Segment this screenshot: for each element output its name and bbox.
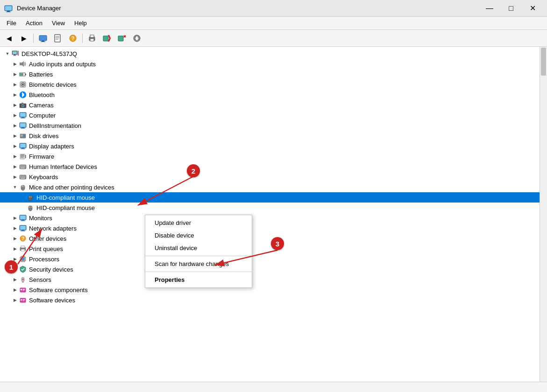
update-driver-button[interactable]: [130, 32, 144, 45]
diskdrives-label: Disk drives: [29, 133, 59, 140]
toggle[interactable]: ▶: [11, 286, 19, 294]
tree-item-hid-mouse2[interactable]: ▶ HID-compliant mouse: [0, 203, 540, 213]
tree-item-softwaredevices[interactable]: ▶ Software devices: [0, 295, 540, 305]
tree-root-item[interactable]: ▼ DESKTOP-4L537JQ: [0, 49, 540, 59]
svg-rect-3: [5, 6, 12, 10]
cameras-label: Cameras: [29, 102, 54, 109]
toggle[interactable]: ▶: [11, 81, 19, 88]
toolbar: ◀ ▶ ?: [0, 30, 547, 47]
tree-item-bluetooth[interactable]: ▶ Bluetooth: [0, 90, 540, 100]
context-disable-device[interactable]: Disable device: [145, 229, 252, 242]
toggle[interactable]: ▶: [11, 112, 19, 119]
svg-rect-77: [20, 176, 21, 177]
tree-item-processors[interactable]: ▶ Proces: [0, 254, 540, 264]
toggle[interactable]: ▶: [11, 60, 19, 68]
tree-item-audio[interactable]: ▶ Audio inputs and outputs: [0, 59, 540, 69]
battery-icon: [19, 70, 27, 78]
svg-rect-73: [23, 167, 24, 168]
context-scan-changes[interactable]: Scan for hardware changes: [145, 258, 252, 270]
tree-item-other[interactable]: ▶ ? Other devices: [0, 233, 540, 244]
toggle[interactable]: ▶: [11, 276, 19, 283]
toggle[interactable]: ▶: [11, 296, 19, 304]
svg-rect-80: [24, 176, 25, 177]
maximize-button[interactable]: □: [500, 0, 522, 17]
tree-item-mice[interactable]: ▼ Mice and other pointing devices: [0, 182, 540, 192]
help-button[interactable]: ?: [66, 32, 80, 45]
svg-rect-85: [21, 178, 25, 179]
svg-rect-134: [23, 301, 25, 301]
disk-icon: [19, 132, 27, 140]
svg-rect-78: [21, 176, 22, 177]
tree-item-monitors[interactable]: ▶ Monitors: [0, 213, 540, 223]
context-uninstall-device[interactable]: Uninstall device: [145, 242, 252, 254]
remove-button[interactable]: [115, 32, 129, 45]
toggle[interactable]: ▶: [11, 214, 19, 222]
menu-action[interactable]: Action: [21, 18, 47, 28]
context-properties[interactable]: Properties: [145, 273, 252, 286]
toggle[interactable]: ▶: [11, 132, 19, 140]
toggle[interactable]: ▶: [11, 173, 19, 181]
svg-rect-68: [21, 166, 22, 167]
tree-item-biometric[interactable]: ▶ Biometric devices: [0, 79, 540, 90]
context-sep-2: [145, 272, 252, 272]
toggle[interactable]: ▶: [11, 245, 19, 252]
forward-button[interactable]: ▶: [17, 32, 31, 45]
tree-item-hid[interactable]: ▶ Human Interface Devices: [0, 161, 540, 172]
bluetooth-icon: [19, 91, 27, 99]
mice-toggle[interactable]: ▼: [11, 183, 19, 191]
svg-rect-130: [23, 290, 25, 291]
scan-button[interactable]: [100, 32, 114, 45]
tree-item-keyboards[interactable]: ▶ Keyboards: [0, 172, 540, 182]
tree-item-diskdrives[interactable]: ▶ Disk drives: [0, 131, 540, 141]
svg-rect-108: [21, 249, 25, 251]
processors-label: Processors: [29, 256, 59, 263]
svg-rect-55: [21, 136, 23, 136]
tree-item-printqueues[interactable]: ▶ Print queues: [0, 244, 540, 254]
tree-item-network[interactable]: ▶ Network adapters: [0, 223, 540, 233]
svg-rect-27: [13, 56, 16, 56]
tree-item-displayadapters[interactable]: ▶ Display adapters: [0, 141, 540, 151]
sensors-label: Sensors: [29, 276, 51, 283]
tree-item-dell[interactable]: ▶ DellInstrumentation: [0, 120, 540, 131]
toggle[interactable]: ▶: [11, 91, 19, 98]
menu-help[interactable]: Help: [70, 18, 92, 28]
tree-item-security[interactable]: ▶ Security devices: [0, 264, 540, 274]
tree-item-batteries[interactable]: ▶ Batteries: [0, 69, 540, 79]
menu-file[interactable]: File: [2, 18, 21, 28]
svg-rect-26: [14, 55, 15, 56]
scrollbar[interactable]: [540, 47, 547, 382]
svg-rect-58: [20, 144, 26, 147]
tree-item-sensors[interactable]: ▶ Sensors: [0, 274, 540, 285]
toggle[interactable]: ▶: [11, 70, 19, 78]
svg-rect-62: [21, 154, 24, 155]
context-update-driver[interactable]: Update driver: [145, 217, 252, 229]
close-button[interactable]: ✕: [522, 0, 543, 17]
properties-button[interactable]: [51, 32, 65, 45]
toggle[interactable]: ▶: [11, 153, 19, 160]
toggle[interactable]: ▶: [11, 235, 19, 242]
toggle[interactable]: ▶: [11, 101, 19, 109]
back-button[interactable]: ◀: [2, 32, 16, 45]
devicemgr-button[interactable]: [36, 32, 50, 45]
tree-item-cameras[interactable]: ▶ Cameras: [0, 100, 540, 110]
tree-item-softwarecomponents[interactable]: ▶ Software components: [0, 285, 540, 295]
toggle[interactable]: ▶: [11, 142, 19, 150]
svg-rect-25: [13, 51, 17, 54]
scrollbar-thumb[interactable]: [541, 48, 546, 76]
annotation-badge-2: 2: [187, 164, 200, 177]
minimize-button[interactable]: —: [479, 0, 500, 17]
tree-panel[interactable]: ▼ DESKTOP-4L537JQ ▶: [0, 47, 540, 382]
tree-item-hid-mouse1[interactable]: ▶ HID-compliant mouse: [0, 192, 540, 203]
toggle[interactable]: ▶: [11, 163, 19, 170]
hid-icon: [19, 162, 27, 171]
firmware-label: Firmware: [29, 153, 54, 160]
displayadapters-label: Display adapters: [29, 143, 74, 150]
toggle[interactable]: ▶: [11, 122, 19, 129]
tree-item-firmware[interactable]: ▶ Firmware: [0, 151, 540, 161]
tree-item-computer[interactable]: ▶ Computer: [0, 110, 540, 120]
menu-view[interactable]: View: [47, 18, 70, 28]
root-toggle[interactable]: ▼: [4, 50, 11, 57]
toggle[interactable]: ▶: [11, 224, 19, 232]
svg-rect-14: [90, 35, 94, 37]
print-button[interactable]: [85, 32, 99, 45]
